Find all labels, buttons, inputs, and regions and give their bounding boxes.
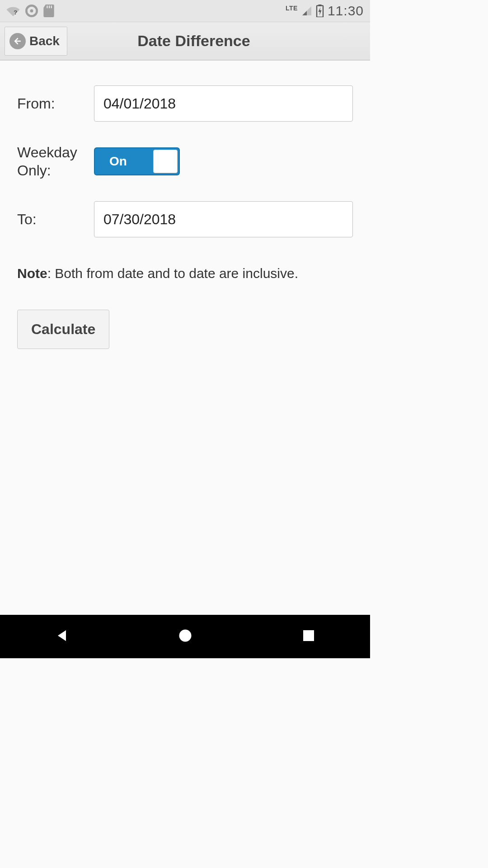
cell-signal-icon [301,5,312,16]
note-body: : Both from date and to date are inclusi… [47,266,298,281]
data-saver-icon [25,5,38,17]
svg-rect-4 [49,5,50,8]
system-nav-bar [0,615,370,658]
weekday-only-toggle[interactable]: On [94,147,180,175]
nav-home-icon[interactable] [177,627,193,646]
battery-charging-icon [316,5,324,17]
calculate-button[interactable]: Calculate [17,310,109,349]
content-area: From: Weekday Only: On To: Note: Both fr… [0,61,370,615]
from-date-input[interactable] [94,85,353,122]
status-right-icons: LTE 11:30 [286,3,364,19]
status-left-icons: ? [6,5,54,17]
svg-text:?: ? [14,9,17,16]
weekday-label: Weekday Only: [17,143,80,179]
toggle-state-label: On [109,154,127,169]
status-clock: 11:30 [328,3,364,19]
svg-point-8 [179,630,191,642]
svg-point-2 [30,9,33,13]
nav-back-icon[interactable] [54,627,70,646]
svg-rect-5 [51,5,52,8]
lte-label: LTE [286,5,298,12]
note-text: Note: Both from date and to date are inc… [17,266,353,281]
toggle-knob [153,150,178,173]
page-title: Date Difference [22,32,366,50]
to-label: To: [17,210,80,228]
to-date-input[interactable] [94,201,353,237]
from-label: From: [17,94,80,113]
to-row: To: [17,201,353,237]
svg-rect-7 [318,5,321,6]
note-prefix: Note [17,266,47,281]
svg-rect-9 [303,630,314,641]
app-header: Back Date Difference [0,22,370,61]
svg-rect-3 [47,5,47,8]
nav-recent-icon[interactable] [300,627,317,646]
status-bar: ? LTE [0,0,370,22]
from-row: From: [17,85,353,122]
wifi-icon: ? [6,5,20,16]
sd-card-icon [43,5,54,17]
weekday-row: Weekday Only: On [17,143,353,179]
